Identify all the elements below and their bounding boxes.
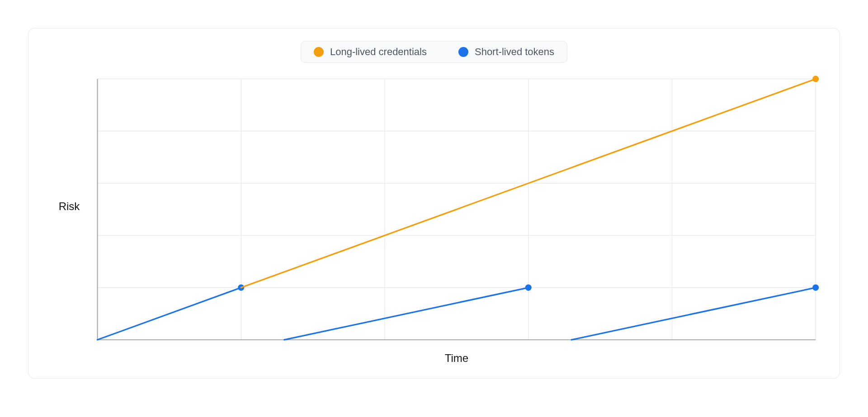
svg-point-15 [812, 76, 819, 82]
legend-item-long-lived: Long-lived credentials [314, 46, 427, 58]
chart-legend: Long-lived credentials Short-lived token… [301, 41, 567, 63]
chart-plot [96, 67, 821, 346]
chart-card: Long-lived credentials Short-lived token… [28, 28, 840, 379]
legend-swatch-short-lived [458, 47, 468, 57]
legend-label-short-lived: Short-lived tokens [475, 46, 554, 58]
svg-point-14 [812, 285, 819, 291]
x-axis-label: Time [47, 352, 821, 365]
legend-item-short-lived: Short-lived tokens [458, 46, 554, 58]
legend-swatch-long-lived [314, 47, 324, 57]
svg-point-13 [525, 285, 532, 291]
y-axis-label: Risk [47, 200, 92, 213]
legend-label-long-lived: Long-lived credentials [330, 46, 427, 58]
